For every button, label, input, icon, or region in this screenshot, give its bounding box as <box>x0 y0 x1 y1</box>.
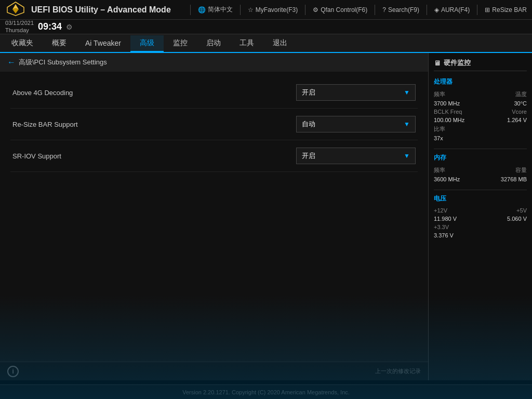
mem-cap-val: 32768 MB <box>501 176 527 182</box>
mem-freq-val-row: 3600 MHz 32768 MB <box>434 176 527 182</box>
cpu-section-title: 处理器 <box>434 77 527 86</box>
dropdown-arrow-icon: ▼ <box>404 89 410 96</box>
v33-key: +3.3V <box>434 224 449 230</box>
cpu-ratio-row: 比率 <box>434 125 527 133</box>
aura-label: AURA(F4) <box>441 6 470 14</box>
cpu-ratio-key: 比率 <box>434 125 445 133</box>
setting-row-sriov: SR-IOV Support 开启 ▼ <box>10 140 418 172</box>
search-icon: ? <box>382 6 386 14</box>
cpu-bclk-val-row: 100.00 MHz 1.264 V <box>434 117 527 123</box>
cpu-freq-row: 频率 温度 <box>434 90 527 98</box>
tab-advanced[interactable]: 高级 <box>130 35 164 52</box>
v12-row: +12V +5V <box>434 207 527 214</box>
tab-ai-tweaker[interactable]: Ai Tweaker <box>76 36 130 51</box>
svg-marker-2 <box>12 8 19 14</box>
dropdown-arrow-icon: ▼ <box>404 152 410 159</box>
mem-freq-key: 频率 <box>434 166 445 174</box>
divider <box>190 5 191 15</box>
content-bottom-bar: i 上一次的修改记录 <box>0 362 428 380</box>
tab-monitor[interactable]: 监控 <box>164 35 197 52</box>
sriov-label: SR-IOV Support <box>12 152 296 160</box>
hardware-monitor-sidebar: 🖥 硬件监控 处理器 频率 温度 3700 MHz 30°C BCLK Freq… <box>428 53 532 380</box>
setting-row-resizebar: Re-Size BAR Support 自动 ▼ <box>10 109 418 140</box>
tab-favorites[interactable]: 收藏夹 <box>2 35 43 52</box>
divider <box>434 190 527 190</box>
datetime-bar: 03/11/2021 Thursday 09:34 ⚙ <box>0 20 532 34</box>
header: UEFI BIOS Utility – Advanced Mode 🌐 简体中文… <box>0 0 532 20</box>
v12-val-row: 11.980 V 5.060 V <box>434 216 527 222</box>
v5-val: 5.060 V <box>507 216 527 222</box>
star-icon: ☆ <box>248 6 254 14</box>
globe-icon: 🌐 <box>198 6 206 14</box>
cpu-temp-val: 30°C <box>514 100 527 107</box>
nav-tabs: 收藏夹 概要 Ai Tweaker 高级 监控 启动 工具 退出 <box>0 34 532 53</box>
cpu-section: 处理器 频率 温度 3700 MHz 30°C BCLK Freq Vcore … <box>434 77 527 141</box>
divider <box>375 5 375 15</box>
cpu-freq-val: 3700 MHz <box>434 100 460 107</box>
v12-key: +12V <box>434 207 447 214</box>
last-modified-text: 上一次的修改记录 <box>375 367 421 375</box>
fan-icon: ⚙ <box>313 6 318 14</box>
qfan-button[interactable]: ⚙ Qfan Control(F6) <box>313 6 367 14</box>
date-display: 03/11/2021 Thursday <box>5 20 34 33</box>
tab-overview[interactable]: 概要 <box>43 35 76 52</box>
dropdown-arrow-icon: ▼ <box>404 121 410 128</box>
version-text: Version 2.20.1271. Copyright (C) 2020 Am… <box>182 389 350 395</box>
divider <box>305 5 305 15</box>
resizebar-select[interactable]: 自动 ▼ <box>296 116 416 132</box>
header-menu: 🌐 简体中文 ☆ MyFavorite(F3) ⚙ Qfan Control(F… <box>190 5 527 15</box>
divider <box>427 5 427 15</box>
divider <box>240 5 241 15</box>
language-selector[interactable]: 🌐 简体中文 <box>198 5 233 14</box>
mem-freq-row: 频率 容量 <box>434 166 527 174</box>
v33-val-row: 3.376 V <box>434 232 527 238</box>
time-display: 09:34 <box>38 21 62 32</box>
search-label: Search(F9) <box>388 6 419 14</box>
cpu-ratio-val-row: 37x <box>434 135 527 141</box>
footer: Version 2.20.1271. Copyright (C) 2020 Am… <box>0 384 532 399</box>
search-button[interactable]: ? Search(F9) <box>382 6 419 14</box>
cpu-vcore-key: Vcore <box>512 109 527 115</box>
cpu-bclk-row: BCLK Freq Vcore <box>434 109 527 115</box>
cpu-bclk-val: 100.00 MHz <box>434 117 464 123</box>
aura-button[interactable]: ◈ AURA(F4) <box>434 6 470 14</box>
settings-gear-icon[interactable]: ⚙ <box>66 23 73 31</box>
memory-section-title: 内存 <box>434 153 527 162</box>
v33-row: +3.3V <box>434 224 527 230</box>
content-area: ← 高级\PCI Subsystem Settings Above 4G Dec… <box>0 53 428 380</box>
breadcrumb-text: 高级\PCI Subsystem Settings <box>19 58 107 67</box>
above4g-select[interactable]: 开启 ▼ <box>296 84 416 101</box>
resize-icon: ⊞ <box>485 6 490 14</box>
divider <box>434 149 527 149</box>
resizebar-button[interactable]: ⊞ ReSize BAR <box>485 6 527 14</box>
brand-logo <box>5 1 26 19</box>
v33-val: 3.376 V <box>434 232 454 238</box>
window-title: UEFI BIOS Utility – Advanced Mode <box>31 5 190 15</box>
qfan-label: Qfan Control(F6) <box>321 6 367 14</box>
language-label: 简体中文 <box>208 5 233 14</box>
aura-icon: ◈ <box>434 6 439 14</box>
monitor-icon: 🖥 <box>434 59 441 67</box>
cpu-vcore-val: 1.264 V <box>507 117 527 123</box>
mem-cap-key: 容量 <box>515 166 527 174</box>
myfavorite-button[interactable]: ☆ MyFavorite(F3) <box>248 6 298 14</box>
tab-boot[interactable]: 启动 <box>197 35 230 52</box>
sriov-select[interactable]: 开启 ▼ <box>296 148 416 164</box>
sidebar-title-text: 硬件监控 <box>444 58 471 68</box>
cpu-freq-key: 频率 <box>434 90 445 98</box>
breadcrumb: ← 高级\PCI Subsystem Settings <box>0 53 428 72</box>
day: Thursday <box>5 27 34 34</box>
tab-exit[interactable]: 退出 <box>263 35 297 52</box>
back-arrow-icon[interactable]: ← <box>7 58 16 67</box>
v12-val: 11.980 V <box>434 216 457 222</box>
resizebar-label: Re-Size BAR Support <box>12 121 296 128</box>
voltage-section-title: 电压 <box>434 194 527 203</box>
resizebar-value: 自动 <box>302 119 315 129</box>
tab-tools[interactable]: 工具 <box>230 35 263 52</box>
sriov-value: 开启 <box>302 151 315 161</box>
cpu-ratio-val: 37x <box>434 135 443 141</box>
sidebar-title: 🖥 硬件监控 <box>434 58 527 71</box>
settings-panel: Above 4G Decoding 开启 ▼ Re-Size BAR Suppo… <box>0 72 428 362</box>
cpu-freq-val-row: 3700 MHz 30°C <box>434 100 527 107</box>
voltage-section: 电压 +12V +5V 11.980 V 5.060 V +3.3V 3.376… <box>434 194 527 238</box>
